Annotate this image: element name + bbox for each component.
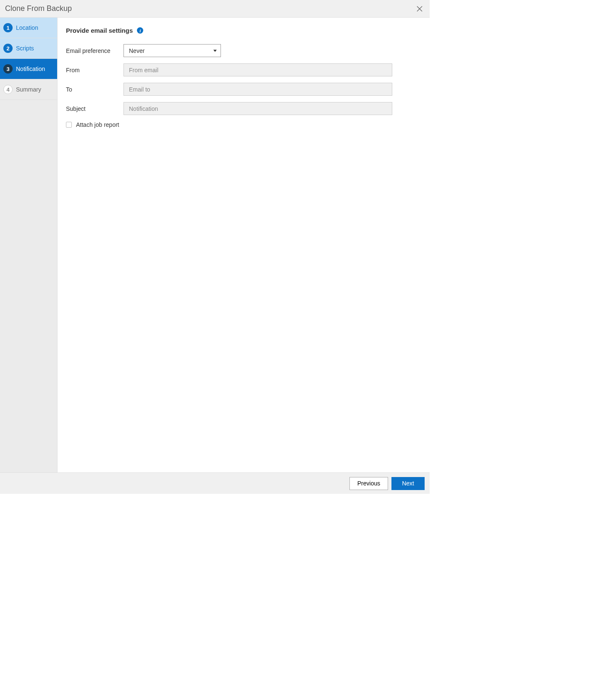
dialog-header: Clone From Backup: [0, 0, 430, 18]
step-label: Summary: [16, 86, 41, 93]
email-preference-select-wrap: [123, 44, 221, 57]
step-label: Location: [16, 24, 38, 31]
close-button[interactable]: [415, 4, 425, 14]
subject-input[interactable]: [123, 102, 392, 115]
step-number: 1: [3, 23, 13, 32]
info-icon[interactable]: i: [137, 27, 143, 34]
attach-report-checkbox[interactable]: [66, 122, 72, 128]
dialog-footer: Previous Next: [0, 472, 430, 494]
label-email-preference: Email preference: [66, 47, 123, 54]
to-email-input[interactable]: [123, 83, 392, 96]
label-subject: Subject: [66, 105, 123, 112]
email-preference-select[interactable]: [123, 44, 221, 57]
step-summary: 4 Summary: [0, 79, 57, 100]
step-number: 2: [3, 44, 13, 53]
dialog: Clone From Backup 1 Location 2 Scripts 3…: [0, 0, 430, 494]
label-from: From: [66, 67, 123, 73]
step-number: 4: [3, 85, 13, 94]
row-to: To: [66, 83, 421, 96]
from-email-input[interactable]: [123, 63, 392, 76]
row-subject: Subject: [66, 102, 421, 115]
label-to: To: [66, 86, 123, 93]
previous-button[interactable]: Previous: [349, 477, 388, 490]
step-scripts[interactable]: 2 Scripts: [0, 38, 57, 59]
label-attach-report: Attach job report: [76, 121, 119, 128]
main-content: Provide email settings i Email preferenc…: [58, 18, 430, 472]
step-label: Notification: [16, 66, 45, 72]
row-from: From: [66, 63, 421, 76]
section-title: Provide email settings: [66, 27, 133, 34]
row-email-preference: Email preference: [66, 44, 421, 57]
wizard-sidebar: 1 Location 2 Scripts 3 Notification 4 Su…: [0, 18, 58, 472]
step-label: Scripts: [16, 45, 34, 52]
dialog-title: Clone From Backup: [5, 4, 72, 13]
row-attach-report: Attach job report: [66, 121, 421, 128]
next-button[interactable]: Next: [391, 477, 425, 490]
dialog-body: 1 Location 2 Scripts 3 Notification 4 Su…: [0, 18, 430, 472]
step-number: 3: [3, 64, 13, 73]
step-notification[interactable]: 3 Notification: [0, 59, 57, 79]
close-icon: [416, 5, 423, 12]
section-title-row: Provide email settings i: [66, 27, 421, 34]
step-location[interactable]: 1 Location: [0, 18, 57, 38]
